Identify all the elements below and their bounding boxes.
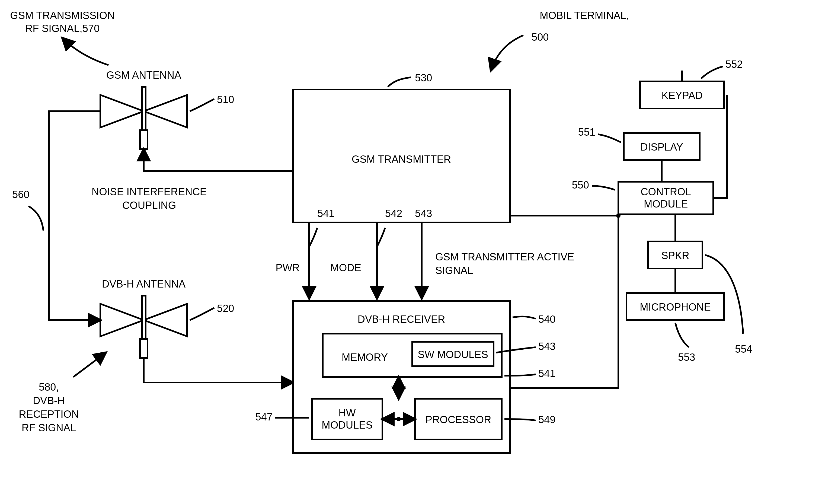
noise-l1: NOISE INTERFERENCE <box>92 186 207 198</box>
gsm-antenna-label: GSM ANTENNA <box>106 69 181 81</box>
spk-label: SPKR <box>661 250 689 261</box>
ref550-curve <box>592 186 615 190</box>
wire-antenna-to-tx <box>144 149 293 171</box>
svg-rect-1 <box>140 130 148 149</box>
dvb-receiver-label: DVB-H RECEIVER <box>358 313 445 325</box>
ref542-curve <box>377 228 385 247</box>
gsm-antenna: GSM ANTENNA <box>100 69 187 149</box>
ref-530: 530 <box>415 72 432 83</box>
gsm-transmitter-label: GSM TRANSMITTER <box>352 153 451 165</box>
ref553-curve <box>675 323 689 347</box>
ref530-curve <box>388 77 411 87</box>
ref-543: 543 <box>538 341 555 352</box>
memory-label: MEMORY <box>342 352 388 363</box>
dvb-antenna <box>100 296 187 358</box>
label-pwr: PWR <box>276 262 300 273</box>
ref-554: 554 <box>735 343 752 355</box>
label-580c: RF SIGNAL <box>22 422 76 433</box>
ref-510: 510 <box>217 94 234 105</box>
bus-dot-1 <box>396 417 401 421</box>
ctrl-l2: MODULE <box>644 198 688 210</box>
ref-552: 552 <box>726 59 743 70</box>
ref-550: 550 <box>572 179 589 191</box>
wire-ctrl-to-rx <box>510 216 618 388</box>
proc-label: PROCESSOR <box>426 414 492 425</box>
svg-rect-3 <box>140 339 148 358</box>
wire-dvb-to-rx <box>144 358 293 382</box>
label-570-l1: GSM TRANSMISSION <box>10 10 115 21</box>
ref-540: 540 <box>538 313 555 325</box>
ref-553: 553 <box>678 352 695 363</box>
keypad-label: KEYPAD <box>662 90 702 101</box>
hw-l1: HW <box>339 407 356 419</box>
ref540-curve <box>513 316 536 319</box>
bus-dot-3 <box>405 418 408 421</box>
wire-keypad-ctrl <box>713 95 727 198</box>
ref520-curve <box>190 308 214 320</box>
ref560-curve <box>28 206 44 231</box>
ref500-curve <box>491 35 523 71</box>
ref-541m: 541 <box>538 368 555 379</box>
noise-coupling-wire <box>49 111 100 320</box>
ref-560: 560 <box>12 189 29 200</box>
sw-label: SW MODULES <box>418 349 488 360</box>
ref552-curve <box>701 66 723 79</box>
title-label: MOBIL TERMINAL, <box>540 10 629 21</box>
ref510-curve <box>190 99 214 111</box>
ref-547: 547 <box>255 411 273 423</box>
label-580a: DVB-H <box>33 395 65 406</box>
dvb-antenna-label: DVB-H ANTENNA <box>102 278 186 290</box>
ref-551: 551 <box>578 126 595 138</box>
ref541-curve <box>309 228 317 247</box>
noise-l2: COUPLING <box>122 200 176 211</box>
mic-label: MICROPHONE <box>640 301 711 313</box>
ref-520: 520 <box>217 303 234 314</box>
ref-580: 580, <box>39 381 59 393</box>
ref570-curve <box>62 38 108 65</box>
label-active-l2: SIGNAL <box>435 265 473 276</box>
hw-l2: MODULES <box>322 419 373 431</box>
label-570-l2: RF SIGNAL,570 <box>25 23 100 34</box>
ref580-curve <box>73 353 106 377</box>
ref551-curve <box>598 134 621 142</box>
label-active-l1: GSM TRANSMITTER ACTIVE <box>435 251 574 263</box>
ref-549: 549 <box>538 414 555 425</box>
display-label: DISPLAY <box>640 141 683 153</box>
bus-dot-2 <box>389 418 392 421</box>
ref-500: 500 <box>532 31 549 43</box>
label-mode: MODE <box>330 262 361 273</box>
wire-tx-to-ctrl <box>510 206 618 216</box>
hw-modules-box <box>312 399 382 439</box>
label-580b: RECEPTION <box>19 409 79 420</box>
ctrl-l1: CONTROL <box>641 186 691 198</box>
ref-543s: 543 <box>415 208 432 219</box>
ref-542s: 542 <box>385 208 402 219</box>
ref-541s: 541 <box>317 208 334 219</box>
diagram-root: MOBIL TERMINAL, 500 GSM TRANSMISSION RF … <box>0 0 825 504</box>
